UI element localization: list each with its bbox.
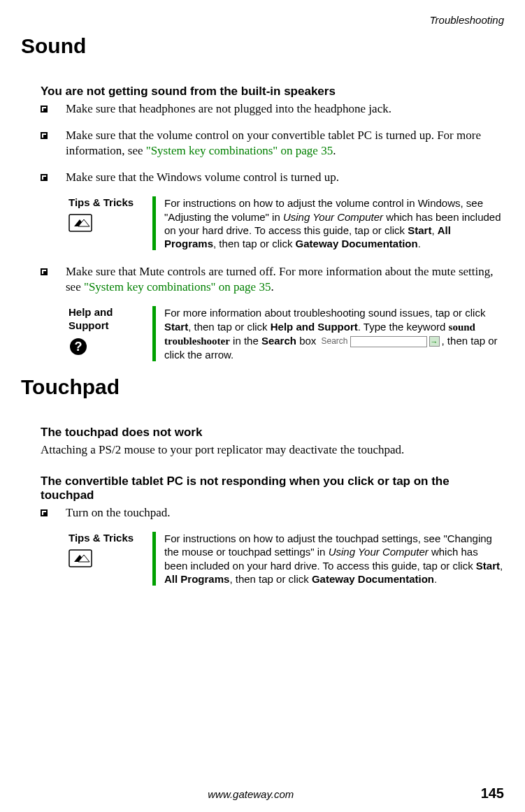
cross-reference-link[interactable]: "System key combinations" on page 35 — [146, 144, 333, 157]
bullet-text: Make sure that Mute controls are turned … — [66, 264, 504, 295]
help-callout: Help and Support ? For more information … — [69, 306, 504, 361]
callout-divider — [152, 196, 156, 250]
problem-heading: The touchpad does not work — [41, 426, 504, 440]
problem-heading: You are not getting sound from the built… — [41, 85, 504, 99]
search-label: Search — [322, 336, 348, 347]
section-heading-sound: Sound — [21, 34, 504, 58]
breadcrumb: Troubleshooting — [21, 14, 504, 26]
callout-label: Tips & Tricks — [69, 532, 152, 586]
callout-body: For instructions on how to adjust the to… — [164, 532, 504, 586]
list-item: Make sure that the Windows volume contro… — [41, 170, 504, 185]
callout-divider — [152, 532, 156, 586]
callout-body: For more information about troubleshooti… — [164, 306, 504, 361]
callout-divider — [152, 306, 156, 361]
tips-arrow-icon — [69, 549, 152, 567]
bullet-icon — [41, 106, 48, 113]
search-arrow-icon[interactable]: → — [429, 336, 440, 347]
cross-reference-link[interactable]: "System key combinations" on page 35 — [84, 280, 271, 293]
bullet-text: Make sure that the Windows volume contro… — [66, 170, 504, 185]
bullet-icon — [41, 268, 48, 275]
page-number: 145 — [481, 785, 504, 802]
bullet-icon — [41, 132, 48, 139]
tips-callout: Tips & Tricks For instructions on how to… — [69, 532, 504, 586]
bullet-text: Turn on the touchpad. — [66, 505, 504, 521]
bullet-icon — [41, 509, 48, 516]
problem-heading: The convertible tablet PC is not respond… — [41, 474, 504, 502]
search-widget: Search→ — [322, 336, 440, 347]
search-input[interactable] — [350, 336, 427, 347]
bullet-text: Make sure that headphones are not plugge… — [66, 101, 504, 117]
callout-label: Tips & Tricks — [69, 196, 152, 250]
tips-arrow-icon — [69, 214, 152, 232]
callout-label: Help and Support ? — [69, 306, 152, 361]
bullet-icon — [41, 174, 48, 181]
list-item: Make sure that Mute controls are turned … — [41, 264, 504, 295]
body-text: Attaching a PS/2 mouse to your port repl… — [41, 442, 504, 458]
section-heading-touchpad: Touchpad — [21, 375, 504, 399]
page-footer: www.gateway.com 145 — [21, 785, 504, 802]
list-item: Make sure that headphones are not plugge… — [41, 101, 504, 117]
footer-url: www.gateway.com — [21, 788, 481, 800]
callout-body: For instructions on how to adjust the vo… — [164, 196, 504, 250]
svg-text:?: ? — [75, 340, 82, 354]
list-item: Make sure that the volume control on you… — [41, 128, 504, 159]
list-item: Turn on the touchpad. — [41, 505, 504, 521]
tips-callout: Tips & Tricks For instructions on how to… — [69, 196, 504, 250]
bullet-text: Make sure that the volume control on you… — [66, 128, 504, 159]
help-question-icon: ? — [69, 337, 152, 356]
